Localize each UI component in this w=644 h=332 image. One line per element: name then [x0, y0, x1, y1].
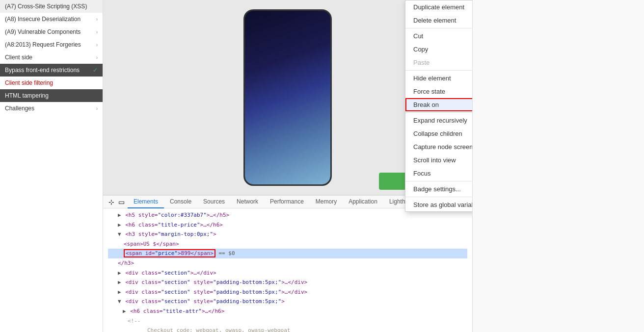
ctx-capture[interactable]: Capture node screenshot — [405, 140, 472, 153]
expand-arrow[interactable]: ▶ — [118, 212, 121, 218]
html-line: <!-- — [108, 316, 467, 326]
devtools-html-content: ▶ <h5 style="color:#337ab7">…</h5> ▶ <h6… — [103, 208, 472, 332]
ctx-hide[interactable]: Hide element — [405, 72, 472, 85]
phone-screen — [245, 11, 330, 184]
html-line: ▼ <div class="section" style="padding-bo… — [108, 297, 467, 306]
html-line: ▶ <div class="section" style="padding-bo… — [108, 278, 467, 287]
chevron-right-icon: › — [96, 55, 98, 60]
expand-arrow[interactable]: ▼ — [118, 231, 121, 237]
expand-arrow[interactable]: ▼ — [118, 298, 121, 305]
right-panel-content — [473, 0, 644, 332]
ctx-paste[interactable]: Paste — [405, 56, 472, 69]
sidebar-item-xss[interactable]: (A7) Cross-Site Scripting (XSS) — [0, 0, 103, 13]
tab-performance[interactable]: Performance — [264, 196, 310, 208]
devtools-icons: ⊹ ▭ — [106, 196, 128, 208]
ctx-duplicate[interactable]: Duplicate element — [405, 0, 472, 14]
ctx-collapse[interactable]: Collapse children — [405, 127, 472, 140]
tab-application[interactable]: Application — [343, 196, 383, 208]
ctx-divider — [405, 181, 472, 181]
ctx-divider — [405, 197, 472, 197]
context-menu: Duplicate element Delete element Cut Cop… — [405, 0, 472, 212]
ctx-scroll[interactable]: Scroll into view — [405, 153, 472, 167]
sidebar-item-label: (A8:2013) Request Forgeries — [5, 41, 81, 48]
sidebar-item-filtering[interactable]: Client side filtering — [0, 77, 103, 89]
sidebar-item-clientside[interactable]: Client side › — [0, 51, 103, 64]
cursor-icon[interactable]: ⊹ — [108, 198, 114, 206]
ctx-store[interactable]: Store as global variable — [405, 198, 472, 211]
ctx-expand[interactable]: Expand recursively — [405, 114, 472, 127]
html-line: ▶ <h6 class="title-price">…</h6> — [108, 220, 467, 230]
html-line: <span>US $</span> — [108, 239, 467, 249]
tab-console[interactable]: Console — [164, 196, 197, 208]
ctx-force-state[interactable]: Force state › — [405, 85, 472, 98]
html-line: </h3> — [108, 258, 467, 268]
sidebar-item-label: (A9) Vulnerable Components — [5, 28, 80, 35]
checkmark-icon: ✓ — [93, 67, 98, 74]
chevron-right-icon: › — [96, 106, 98, 111]
sidebar-item-bypass[interactable]: Bypass front-end restrictions ✓ — [0, 64, 103, 77]
sidebar-item-label: Challenges — [5, 105, 34, 112]
ctx-delete[interactable]: Delete element — [405, 14, 472, 27]
sidebar-item-tampering[interactable]: HTML tampering — [0, 89, 103, 102]
phone-frame — [243, 9, 332, 186]
sidebar-item-label: Bypass front-end restrictions — [5, 67, 80, 74]
html-line: ▶ <h6 class="title-attr">…</h6> — [108, 306, 467, 316]
ctx-divider — [405, 112, 472, 113]
html-line-selected: <span id="price">899</span> == $0 — [108, 249, 467, 258]
sidebar-item-label: (A8) Insecure Deserialization — [5, 16, 80, 23]
tab-memory[interactable]: Memory — [310, 196, 343, 208]
right-panel — [472, 0, 644, 332]
chevron-right-icon: › — [96, 42, 98, 48]
ctx-copy[interactable]: Copy › — [405, 43, 472, 56]
ctx-focus[interactable]: Focus — [405, 167, 472, 180]
html-line: Checkout code: webgoat, owasp, owasp-web… — [108, 326, 467, 332]
sidebar-item-label: HTML tampering — [5, 92, 49, 99]
chevron-right-icon: › — [96, 29, 98, 35]
expand-arrow[interactable]: ▶ — [118, 289, 121, 295]
sidebar-item-deserialization[interactable]: (A8) Insecure Deserialization › — [0, 13, 103, 26]
sidebar-item-vulnerable[interactable]: (A9) Vulnerable Components › — [0, 26, 103, 38]
sidebar: (A7) Cross-Site Scripting (XSS) (A8) Ins… — [0, 0, 103, 332]
tab-network[interactable]: Network — [231, 196, 264, 208]
ctx-cut[interactable]: Cut — [405, 29, 472, 43]
sidebar-item-label: (A7) Cross-Site Scripting (XSS) — [5, 3, 87, 10]
expand-arrow[interactable]: ▶ — [118, 270, 121, 276]
tab-sources[interactable]: Sources — [197, 196, 231, 208]
ctx-badge[interactable]: Badge settings... — [405, 182, 472, 196]
devtools-panel: ⊹ ▭ Elements Console Sources Network Per… — [103, 195, 472, 332]
sidebar-item-challenges[interactable]: Challenges › — [0, 102, 103, 115]
chevron-right-icon: › — [96, 17, 98, 22]
expand-arrow[interactable]: ▶ — [123, 308, 126, 314]
expand-arrow[interactable]: ▶ — [118, 279, 121, 285]
sidebar-item-label: Client side filtering — [5, 79, 53, 86]
ctx-divider — [405, 70, 472, 71]
html-line: ▶ <div class="section" style="padding-bo… — [108, 287, 467, 297]
html-line: ▶ <div class="section">…</div> — [108, 268, 467, 278]
tab-elements[interactable]: Elements — [128, 196, 164, 208]
center-area: 27 ⊹ ▭ Elements Console Sources Network … — [103, 0, 472, 332]
ctx-break-on[interactable]: Break on › — [405, 98, 472, 111]
ctx-divider — [405, 28, 472, 28]
expand-arrow[interactable]: ▶ — [118, 222, 121, 228]
sidebar-item-forgeries[interactable]: (A8:2013) Request Forgeries › — [0, 38, 103, 51]
html-line: ▼ <h3 style="margin-top:0px;"> — [108, 230, 467, 239]
sidebar-item-label: Client side — [5, 54, 32, 61]
mobile-icon[interactable]: ▭ — [118, 198, 125, 206]
